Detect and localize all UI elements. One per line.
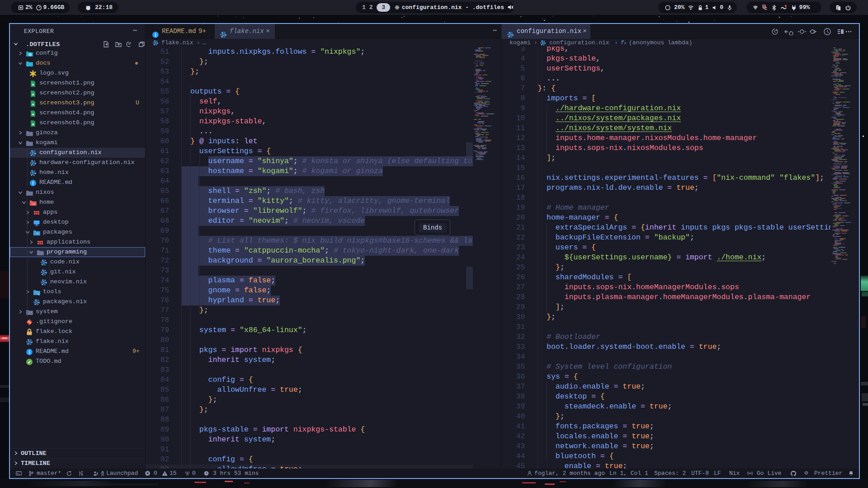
svg-text:⌂: ⌂ (33, 201, 35, 206)
svg-text:▲: ▲ (31, 101, 35, 106)
svg-text:i: i (32, 180, 33, 186)
svg-text:▲: ▲ (31, 111, 35, 116)
svg-text:↑: ↑ (36, 231, 38, 235)
svg-text:▲: ▲ (31, 121, 35, 126)
svg-text:🔧: 🔧 (35, 290, 40, 296)
svg-text:✓: ✓ (28, 360, 31, 365)
svg-text:▲: ▲ (31, 81, 35, 86)
svg-text:i: i (155, 32, 156, 38)
svg-text:▲: ▲ (31, 91, 35, 96)
svg-text:i: i (28, 349, 30, 355)
svg-text:⚙: ⚙ (28, 52, 32, 56)
